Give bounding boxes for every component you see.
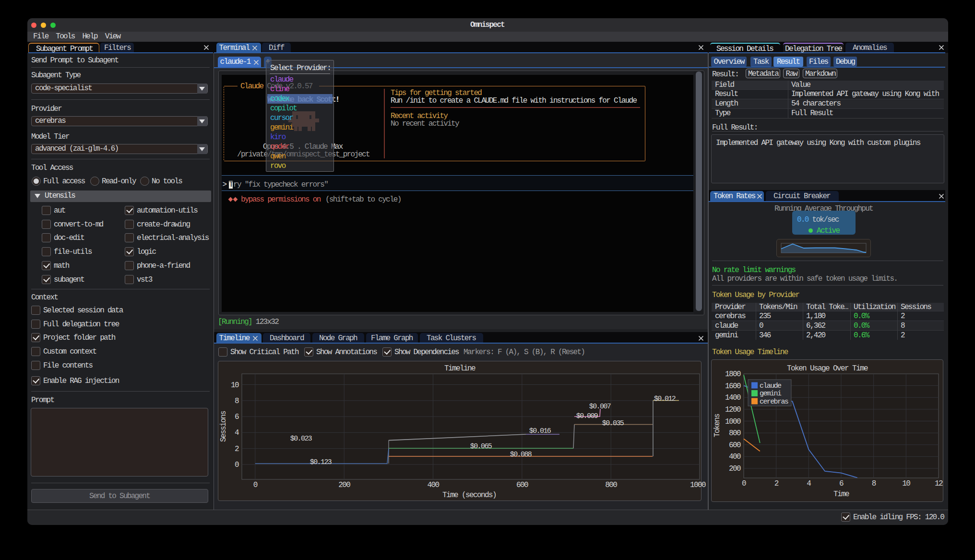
svg-text:200: 200	[338, 481, 350, 489]
svg-text:1000: 1000	[725, 417, 741, 426]
svg-text:claude: claude	[760, 382, 782, 390]
svg-text:8: 8	[872, 479, 876, 488]
svg-text:$0.023: $0.023	[290, 435, 312, 443]
svg-text:10: 10	[902, 479, 910, 488]
svg-text:200: 200	[729, 465, 741, 473]
svg-text:6: 6	[235, 413, 239, 421]
svg-text:Token Usage Over Time: Token Usage Over Time	[787, 364, 868, 373]
svg-text:$0.065: $0.065	[470, 442, 492, 451]
svg-text:Sessions: Sessions	[219, 411, 228, 442]
svg-text:12: 12	[935, 479, 943, 488]
svg-text:0: 0	[253, 481, 258, 489]
svg-text:4: 4	[807, 479, 811, 488]
svg-text:Time: Time	[833, 490, 849, 499]
svg-text:$0.016: $0.016	[529, 427, 551, 435]
svg-text:1200: 1200	[725, 405, 741, 414]
svg-text:Tokens: Tokens	[713, 414, 722, 437]
svg-text:4: 4	[235, 429, 239, 437]
svg-text:10: 10	[231, 381, 239, 390]
svg-text:$0.012: $0.012	[654, 395, 676, 403]
svg-text:2: 2	[774, 479, 779, 488]
svg-text:$0.007: $0.007	[589, 403, 611, 411]
svg-text:$0.088: $0.088	[510, 451, 532, 459]
svg-text:6: 6	[839, 479, 844, 488]
svg-text:Timeline: Timeline	[444, 364, 476, 373]
svg-text:gemini: gemini	[760, 390, 782, 398]
svg-text:600: 600	[516, 481, 528, 489]
svg-text:cerebras: cerebras	[760, 398, 788, 406]
svg-text:1400: 1400	[725, 393, 741, 402]
svg-text:0: 0	[742, 479, 746, 488]
svg-text:Time (seconds): Time (seconds)	[442, 491, 496, 500]
svg-text:$0.035: $0.035	[602, 419, 624, 428]
svg-text:1600: 1600	[725, 382, 741, 391]
svg-text:800: 800	[729, 429, 741, 438]
svg-text:$0.009: $0.009	[576, 412, 598, 420]
svg-text:$0.123: $0.123	[310, 458, 332, 466]
svg-text:400: 400	[729, 453, 741, 461]
svg-text:800: 800	[605, 481, 617, 489]
svg-text:2: 2	[235, 445, 239, 453]
svg-text:1800: 1800	[725, 370, 741, 379]
svg-text:8: 8	[235, 397, 239, 405]
svg-text:400: 400	[427, 481, 439, 489]
svg-text:1000: 1000	[690, 481, 706, 489]
svg-text:600: 600	[729, 441, 741, 450]
svg-text:0: 0	[235, 461, 239, 469]
